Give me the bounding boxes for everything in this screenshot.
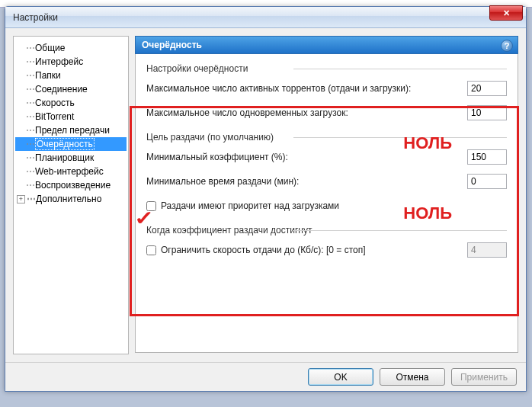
close-icon: ✕ xyxy=(503,8,510,18)
apply-button[interactable]: Применить xyxy=(451,368,517,386)
tree-item-scheduler[interactable]: ⋯Планировщик xyxy=(15,151,127,165)
tree-item-webui[interactable]: ⋯Web-интерфейс xyxy=(15,165,127,178)
tree-item-playback[interactable]: ⋯Воспроизведение xyxy=(15,178,127,192)
seed-priority-label: Раздачи имеют приоритет над загрузками xyxy=(161,200,507,211)
min-time-input[interactable] xyxy=(467,174,507,189)
seed-priority-checkbox[interactable] xyxy=(146,201,156,211)
panel-header: Очерёдность ? xyxy=(135,36,518,54)
cancel-button[interactable]: Отмена xyxy=(380,368,445,386)
tree-item-transfer-cap[interactable]: ⋯Предел передачи xyxy=(15,123,127,137)
category-tree: ⋯Общие ⋯Интерфейс ⋯Папки ⋯Соединение ⋯Ск… xyxy=(13,36,129,354)
group-seed-goal: Цель раздачи (по умолчанию) xyxy=(146,132,507,143)
tree-item-queueing[interactable]: ⋯Очерёдность xyxy=(15,137,127,151)
settings-panel: Очерёдность ? Настройки очерёдности Макс… xyxy=(135,36,518,354)
tree-item-connection[interactable]: ⋯Соединение xyxy=(15,82,127,96)
window-title: Настройки xyxy=(13,12,58,23)
group-queue-settings: Настройки очерёдности xyxy=(146,63,507,74)
tree-item-folders[interactable]: ⋯Папки xyxy=(15,69,127,82)
tree-item-general[interactable]: ⋯Общие xyxy=(15,41,127,55)
panel-title: Очерёдность xyxy=(142,40,202,50)
tree-item-bittorrent[interactable]: ⋯BitTorrent xyxy=(15,110,127,123)
max-downloads-input[interactable] xyxy=(467,105,507,120)
limit-upload-label: Ограничить скорость отдачи до (Кб/с): [0… xyxy=(161,245,467,255)
settings-dialog: Настройки ✕ ⋯Общие ⋯Интерфейс ⋯Папки ⋯Со… xyxy=(5,6,527,392)
dialog-footer: OK Отмена Применить xyxy=(5,362,526,391)
limit-upload-input xyxy=(467,242,507,258)
max-active-label: Максимальное число активных торрентов (о… xyxy=(146,83,467,94)
min-ratio-label: Минимальный коэффициент (%): xyxy=(146,152,467,162)
group-ratio-reached: Когда коэффициент раздачи достигнут xyxy=(146,225,507,236)
ok-button[interactable]: OK xyxy=(308,368,373,386)
tree-item-speed[interactable]: ⋯Скорость xyxy=(15,96,127,110)
limit-upload-checkbox[interactable] xyxy=(146,245,156,255)
titlebar: Настройки ✕ xyxy=(5,7,526,28)
max-active-input[interactable] xyxy=(467,81,507,96)
close-button[interactable]: ✕ xyxy=(489,5,523,21)
expand-icon[interactable]: + xyxy=(17,195,25,204)
min-time-label: Минимальное время раздачи (мин): xyxy=(146,176,467,187)
tree-item-advanced[interactable]: + ⋯Дополнительно xyxy=(15,192,127,206)
panel-content: Настройки очерёдности Максимальное число… xyxy=(135,54,518,353)
tree-item-interface[interactable]: ⋯Интерфейс xyxy=(15,55,127,69)
help-icon[interactable]: ? xyxy=(501,40,513,52)
min-ratio-input[interactable] xyxy=(467,149,507,165)
max-downloads-label: Максимальное число одновременных загрузо… xyxy=(146,107,467,118)
